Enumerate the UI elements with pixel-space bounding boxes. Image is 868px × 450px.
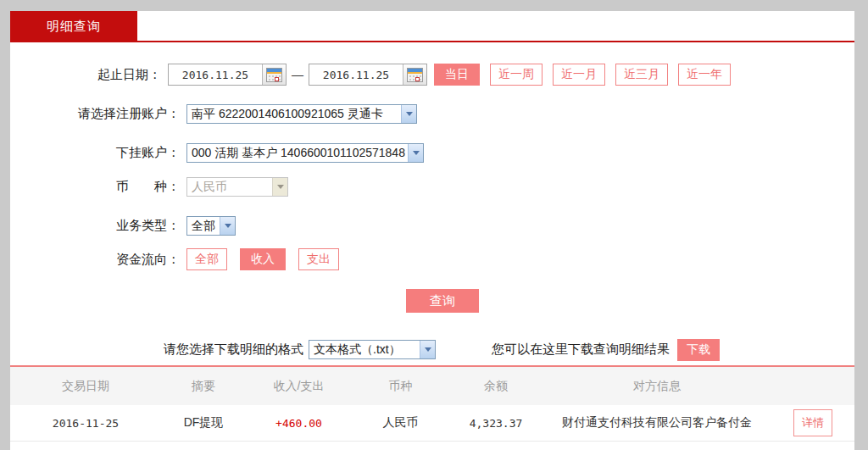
cell-amount: +460.00 <box>246 417 352 430</box>
download-format-label: 请您选择下载明细的格式 <box>164 342 303 358</box>
quick-range-3months-button[interactable]: 近三月 <box>615 64 668 86</box>
business-type-select[interactable]: 全部 <box>186 216 236 236</box>
header-balance: 余额 <box>449 379 542 394</box>
quick-range-week-button[interactable]: 近一周 <box>490 64 542 86</box>
chevron-down-icon <box>420 341 435 358</box>
cell-balance: 4,323.37 <box>449 417 542 430</box>
quick-range-today-button[interactable]: 当日 <box>434 64 480 86</box>
business-type-value: 全部 <box>192 219 215 234</box>
currency-label: 币 种： <box>10 179 180 195</box>
header-currency: 币种 <box>352 379 449 394</box>
header-income-expense: 收入/支出 <box>246 379 352 394</box>
cell-counterparty: 财付通支付科技有限公司客户备付金 <box>542 415 771 431</box>
date-range-label: 起止日期： <box>10 67 161 83</box>
chevron-down-icon <box>220 217 235 235</box>
tab-bar: 明细查询 <box>10 11 854 42</box>
table-footer-filler <box>10 442 854 450</box>
end-date-input[interactable]: 2016.11.25 <box>309 64 427 86</box>
business-type-row: 业务类型： 全部 <box>10 216 854 236</box>
download-format-value: 文本格式（.txt） <box>314 342 401 358</box>
date-range-separator: — <box>292 68 303 81</box>
header-summary: 摘要 <box>161 379 246 394</box>
detail-query-page: 明细查询 起止日期： 2016.11.25 <box>0 0 868 450</box>
quick-range-month-button[interactable]: 近一月 <box>553 64 605 86</box>
sub-account-value: 000 活期 基本户 1406600101102571848 <box>192 146 405 161</box>
cell-currency: 人民币 <box>352 415 449 431</box>
cell-transaction-date: 2016-11-25 <box>10 417 161 430</box>
fund-flow-row: 资金流向： 全部 收入 支出 <box>10 248 854 270</box>
tab-label: 明细查询 <box>47 19 101 35</box>
currency-select: 人民币 <box>186 177 288 197</box>
sub-account-row: 下挂账户： 000 活期 基本户 1406600101102571848 <box>10 143 854 163</box>
calendar-icon <box>266 68 282 82</box>
date-range-row: 起止日期： 2016.11.25 — <box>10 64 854 86</box>
calendar-icon <box>407 68 423 82</box>
fund-flow-label: 资金流向： <box>10 252 180 268</box>
register-account-select[interactable]: 南平 6222001406100921065 灵通卡 <box>186 104 417 124</box>
query-form-panel: 起止日期： 2016.11.25 — <box>10 42 854 335</box>
start-date-value: 2016.11.25 <box>169 64 262 85</box>
register-account-value: 南平 6222001406100921065 灵通卡 <box>192 107 383 122</box>
header-counterparty: 对方信息 <box>542 379 771 394</box>
fund-flow-all-button[interactable]: 全部 <box>186 248 227 270</box>
download-button[interactable]: 下载 <box>677 339 720 361</box>
quick-range-buttons: 当日 近一周 近一月 近三月 近一年 <box>434 64 731 86</box>
start-date-calendar-button[interactable] <box>262 64 286 85</box>
currency-value: 人民币 <box>192 180 227 195</box>
table-row: 2016-11-25 DF提现 +460.00 人民币 4,323.37 财付通… <box>10 405 854 442</box>
quick-range-year-button[interactable]: 近一年 <box>678 64 731 86</box>
fund-flow-income-button[interactable]: 收入 <box>240 248 286 270</box>
register-account-row: 请选择注册账户： 南平 6222001406100921065 灵通卡 <box>10 104 854 124</box>
end-date-calendar-button[interactable] <box>403 64 426 85</box>
business-type-label: 业务类型： <box>10 218 180 234</box>
start-date-input[interactable]: 2016.11.25 <box>168 64 287 86</box>
query-button[interactable]: 查询 <box>406 289 479 313</box>
sub-account-label: 下挂账户： <box>10 145 180 161</box>
download-format-select[interactable]: 文本格式（.txt） <box>309 340 436 359</box>
download-strip: 请您选择下载明细的格式 文本格式（.txt） 您可以在这里下载查询明细结果 下载 <box>10 334 854 365</box>
fund-flow-expense-button[interactable]: 支出 <box>298 248 339 270</box>
header-transaction-date: 交易日期 <box>10 379 161 394</box>
table-header-row: 交易日期 摘要 收入/支出 币种 余额 对方信息 <box>10 367 854 405</box>
currency-row: 币 种： 人民币 <box>10 177 854 197</box>
cell-summary: DF提现 <box>161 415 246 431</box>
register-account-label: 请选择注册账户： <box>10 106 180 122</box>
sub-account-select[interactable]: 000 活期 基本户 1406600101102571848 <box>186 143 424 163</box>
fund-flow-buttons: 全部 收入 支出 <box>186 248 339 270</box>
detail-button[interactable]: 详情 <box>793 409 832 436</box>
chevron-down-icon <box>272 178 287 196</box>
chevron-down-icon <box>401 105 416 123</box>
chevron-down-icon <box>408 144 423 162</box>
download-hint: 您可以在这里下载查询明细结果 <box>492 342 670 358</box>
end-date-value: 2016.11.25 <box>309 64 403 85</box>
tab-detail-query[interactable]: 明细查询 <box>10 11 137 42</box>
